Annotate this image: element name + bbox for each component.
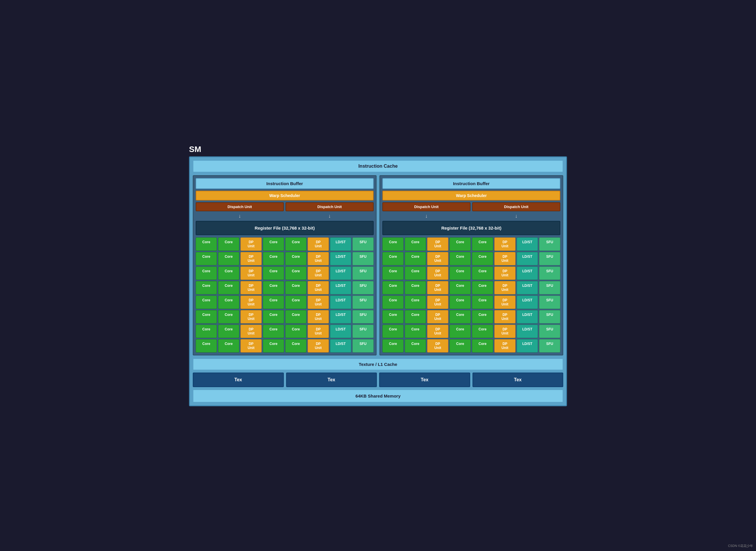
core-cell: Core (218, 339, 239, 353)
two-halves: Instruction Buffer Warp Scheduler Dispat… (193, 175, 563, 356)
dp-unit-cell: DPUnit (427, 339, 448, 353)
dp-unit-cell: DPUnit (308, 310, 329, 324)
core-cell: Core (218, 296, 239, 309)
sfu-cell: SFU (352, 266, 374, 280)
right-instruction-buffer: Instruction Buffer (382, 178, 560, 189)
dp-unit-cell: DPUnit (241, 325, 262, 338)
core-cell: Core (449, 237, 471, 251)
dp-unit-cell: DPUnit (427, 237, 448, 251)
core-cell: Core (218, 266, 239, 280)
core-cell: Core (263, 266, 284, 280)
core-cell: Core (218, 310, 239, 324)
dp-unit-cell: DPUnit (494, 310, 515, 324)
core-cell: Core (449, 252, 471, 265)
core-cell: Core (405, 296, 426, 309)
right-dispatch-arrows: ↓ ↓ (382, 213, 560, 219)
ldst-cell: LD/ST (517, 310, 538, 324)
ldst-cell: LD/ST (330, 281, 351, 295)
ldst-cell: LD/ST (330, 339, 351, 353)
core-cell: Core (472, 325, 493, 338)
sfu-cell: SFU (539, 339, 560, 353)
core-cell: Core (285, 237, 307, 251)
ldst-cell: LD/ST (330, 325, 351, 338)
dp-unit-cell: DPUnit (494, 266, 515, 280)
texture-l1-cache: Texture / L1 Cache (193, 358, 563, 370)
sfu-cell: SFU (352, 252, 374, 265)
ldst-cell: LD/ST (517, 237, 538, 251)
ldst-cell: LD/ST (330, 310, 351, 324)
dp-unit-cell: DPUnit (241, 296, 262, 309)
core-cell: Core (263, 325, 284, 338)
core-cell: Core (449, 296, 471, 309)
dp-unit-cell: DPUnit (494, 339, 515, 353)
left-dispatch-unit-1: Dispatch Unit (196, 202, 284, 211)
dp-unit-cell: DPUnit (494, 252, 515, 265)
core-cell: Core (382, 281, 404, 295)
core-cell: Core (472, 266, 493, 280)
core-cell: Core (472, 339, 493, 353)
core-cell: Core (263, 281, 284, 295)
core-cell: Core (196, 339, 217, 353)
dp-unit-cell: DPUnit (308, 237, 329, 251)
core-cell: Core (196, 296, 217, 309)
core-cell: Core (405, 266, 426, 280)
core-cell: Core (263, 296, 284, 309)
core-cell: Core (382, 325, 404, 338)
ldst-cell: LD/ST (517, 296, 538, 309)
core-cell: Core (472, 237, 493, 251)
dp-unit-cell: DPUnit (494, 325, 515, 338)
core-cell: Core (472, 310, 493, 324)
tex-unit-1: Tex (193, 373, 284, 387)
core-cell: Core (285, 296, 307, 309)
left-register-file: Register File (32,768 x 32-bit) (196, 221, 374, 235)
sfu-cell: SFU (539, 296, 560, 309)
dp-unit-cell: DPUnit (241, 281, 262, 295)
ldst-cell: LD/ST (330, 266, 351, 280)
core-cell: Core (218, 281, 239, 295)
ldst-cell: LD/ST (517, 325, 538, 338)
dp-unit-cell: DPUnit (427, 281, 448, 295)
core-cell: Core (405, 237, 426, 251)
core-cell: Core (449, 339, 471, 353)
core-cell: Core (218, 325, 239, 338)
dp-unit-cell: DPUnit (308, 252, 329, 265)
core-cell: Core (449, 266, 471, 280)
instruction-cache: Instruction Cache (193, 160, 563, 172)
core-cell: Core (405, 325, 426, 338)
sfu-cell: SFU (539, 281, 560, 295)
core-cell: Core (196, 237, 217, 251)
ldst-cell: LD/ST (330, 237, 351, 251)
core-cell: Core (285, 252, 307, 265)
left-dispatch-unit-2: Dispatch Unit (286, 202, 374, 211)
left-instruction-buffer: Instruction Buffer (196, 178, 374, 189)
dp-unit-cell: DPUnit (308, 296, 329, 309)
dp-unit-cell: DPUnit (241, 252, 262, 265)
left-dispatch-arrows: ↓ ↓ (196, 213, 374, 219)
left-half: Instruction Buffer Warp Scheduler Dispat… (193, 175, 377, 356)
right-arrow-2: ↓ (472, 213, 560, 219)
core-cell: Core (472, 281, 493, 295)
right-arrow-1: ↓ (382, 213, 470, 219)
dp-unit-cell: DPUnit (241, 237, 262, 251)
sfu-cell: SFU (352, 325, 374, 338)
ldst-cell: LD/ST (517, 281, 538, 295)
right-half: Instruction Buffer Warp Scheduler Dispat… (379, 175, 563, 356)
core-cell: Core (405, 339, 426, 353)
core-cell: Core (218, 252, 239, 265)
sfu-cell: SFU (352, 296, 374, 309)
core-cell: Core (285, 325, 307, 338)
core-cell: Core (382, 339, 404, 353)
core-cell: Core (472, 296, 493, 309)
dp-unit-cell: DPUnit (494, 296, 515, 309)
sfu-cell: SFU (539, 310, 560, 324)
core-cell: Core (405, 310, 426, 324)
tex-unit-4: Tex (472, 373, 563, 387)
sm-label: SM (189, 145, 567, 154)
core-cell: Core (405, 252, 426, 265)
core-cell: Core (382, 266, 404, 280)
dp-unit-cell: DPUnit (427, 310, 448, 324)
dp-unit-cell: DPUnit (241, 266, 262, 280)
dp-unit-cell: DPUnit (308, 339, 329, 353)
dp-unit-cell: DPUnit (308, 325, 329, 338)
dp-unit-cell: DPUnit (494, 237, 515, 251)
